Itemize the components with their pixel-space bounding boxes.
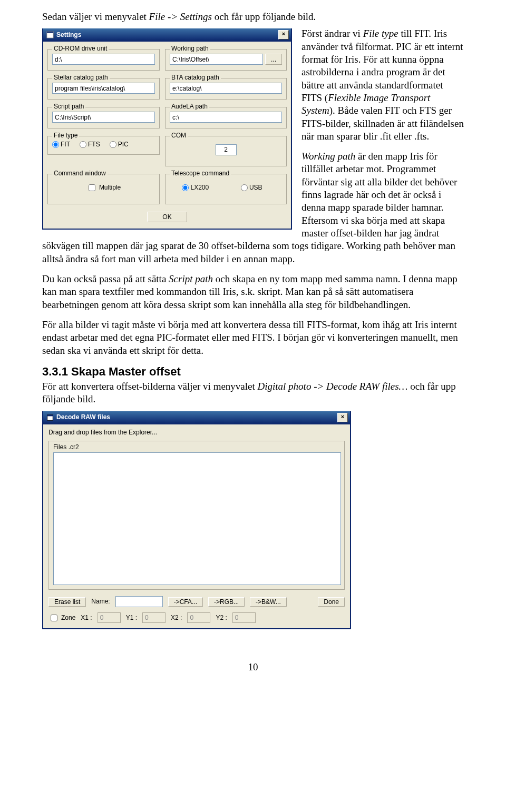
stellar-input[interactable] <box>52 83 155 94</box>
intro-suffix: och får upp följande bild. <box>212 11 316 22</box>
cdrom-label: CD-ROM drive unit <box>52 45 109 53</box>
y2-input <box>232 612 256 623</box>
x1-label: X1 : <box>81 614 92 622</box>
paragraph-convert: För alla bilder vi tagit måste vi börja … <box>42 319 464 357</box>
close-button[interactable]: × <box>278 30 289 39</box>
com-label: COM <box>170 132 188 140</box>
tele-usb-label: USB <box>249 184 262 192</box>
group-telescope: Telescope command LX200 USB <box>165 174 287 204</box>
ft-fit-label: FIT <box>61 141 70 148</box>
multiple-checkbox[interactable]: Multiple <box>86 183 121 193</box>
svg-rect-3 <box>47 414 53 416</box>
name-input[interactable] <box>115 596 163 607</box>
tele-lx-label: LX200 <box>190 184 209 192</box>
erase-list-button[interactable]: Erase list <box>48 597 86 607</box>
decode-close-button[interactable]: × <box>337 413 348 422</box>
p3b: Script path <box>169 273 213 284</box>
filetype-label: File type <box>52 132 79 140</box>
stellar-label: Stellar catalog path <box>52 74 110 82</box>
cdrom-input[interactable] <box>52 54 155 65</box>
p3a: Du kan också passa på att sätta <box>42 273 169 284</box>
p2a: Working path <box>301 151 355 162</box>
settings-dialog: Settings × CD-ROM drive unit Working pat… <box>42 28 292 230</box>
y1-label: Y1 : <box>126 614 137 622</box>
zone-checkbox[interactable]: Zone <box>48 613 75 623</box>
cmd-multiple-label: Multiple <box>99 184 121 192</box>
settings-titlebar: Settings × <box>43 28 291 42</box>
rgb-button[interactable]: ->RGB... <box>208 597 245 607</box>
group-filetype: File type FIT FTS PIC <box>47 136 160 154</box>
decode-title: Decode RAW files <box>56 413 110 421</box>
bta-label: BTA catalog path <box>170 74 221 82</box>
audela-input[interactable] <box>170 112 282 123</box>
zone-label: Zone <box>61 614 75 622</box>
p1b: File type <box>363 28 398 39</box>
group-audela: AudeLA path <box>165 107 287 128</box>
p5b: Digital photo -> Decode RAW files… <box>258 381 408 392</box>
group-working-path: Working path ... <box>165 49 287 71</box>
audela-label: AudeLA path <box>170 103 209 111</box>
x1-input <box>98 612 121 623</box>
section-heading: 3.3.1 Skapa Master offset <box>42 364 464 379</box>
files-tab-label: Files .cr2 <box>53 443 340 451</box>
p1a: Först ändrar vi <box>301 28 363 39</box>
x2-input <box>187 612 210 623</box>
filetype-pic[interactable]: PIC <box>110 141 129 148</box>
group-bta: BTA catalog path <box>165 78 287 100</box>
decode-dialog: Decode RAW files × Drag and drop files f… <box>42 411 351 630</box>
p5a: För att konvertera offset-bilderna välje… <box>42 381 258 392</box>
paragraph-decode-intro: För att konvertera offset-bilderna välje… <box>42 380 464 406</box>
decode-titlebar: Decode RAW files × <box>43 411 350 424</box>
filetype-fit[interactable]: FIT <box>52 141 70 148</box>
group-cdrom: CD-ROM drive unit <box>47 49 160 71</box>
ft-pic-label: PIC <box>118 141 129 148</box>
intro-menu: File -> Settings <box>149 11 212 22</box>
telescope-usb[interactable]: USB <box>241 184 262 192</box>
settings-app-icon <box>46 31 54 38</box>
y1-input <box>142 612 166 623</box>
group-com: COM <box>165 136 287 166</box>
y2-label: Y2 : <box>216 614 227 622</box>
settings-title: Settings <box>56 31 81 39</box>
group-command-window: Command window Multiple <box>47 174 160 204</box>
intro-line: Sedan väljer vi menyvalet File -> Settin… <box>42 11 464 23</box>
ft-fts-label: FTS <box>88 141 100 148</box>
script-label: Script path <box>52 103 85 111</box>
svg-rect-1 <box>47 32 53 33</box>
cmd-label: Command window <box>52 170 108 177</box>
ok-button[interactable]: OK <box>147 212 187 222</box>
files-groupbox: Files .cr2 <box>48 441 345 590</box>
x2-label: X2 : <box>171 614 182 622</box>
working-path-browse-button[interactable]: ... <box>265 54 282 65</box>
intro-prefix: Sedan väljer vi menyvalet <box>42 11 149 22</box>
telescope-lx200[interactable]: LX200 <box>182 184 209 192</box>
script-input[interactable] <box>52 112 155 123</box>
com-input[interactable] <box>216 144 237 155</box>
bw-button[interactable]: ->B&W... <box>250 597 287 607</box>
filetype-fts[interactable]: FTS <box>80 141 100 148</box>
files-listbox[interactable] <box>53 452 341 585</box>
paragraph-scriptpath: Du kan också passa på att sätta Script p… <box>42 273 464 311</box>
telescope-label: Telescope command <box>170 170 231 177</box>
group-script: Script path <box>47 107 160 128</box>
bta-input[interactable] <box>170 83 282 94</box>
decode-drag-hint: Drag and drop files from the Explorer... <box>48 429 345 437</box>
page-number: 10 <box>42 661 464 674</box>
cfa-button[interactable]: ->CFA... <box>168 597 203 607</box>
name-label: Name: <box>91 598 110 606</box>
working-path-input[interactable] <box>170 54 263 65</box>
working-path-label: Working path <box>170 45 210 53</box>
decode-app-icon <box>46 414 54 421</box>
done-button[interactable]: Done <box>318 597 345 607</box>
group-stellar: Stellar catalog path <box>47 78 160 100</box>
